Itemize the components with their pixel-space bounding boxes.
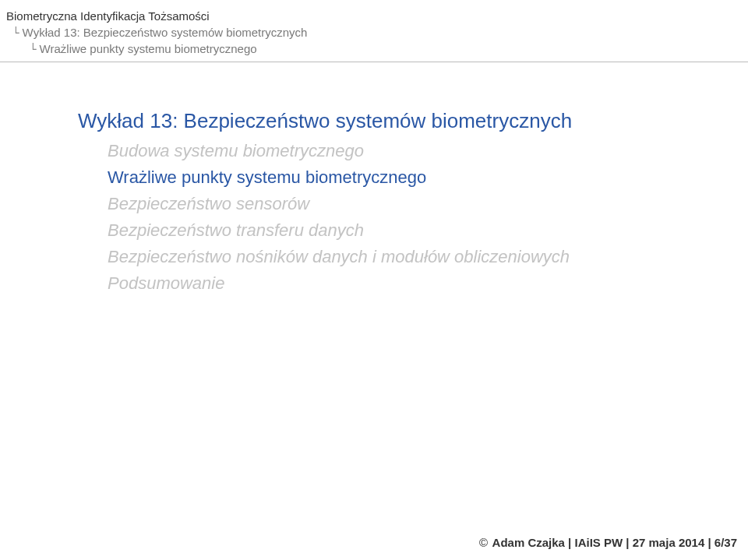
outline-item: Podsumowanie [108, 270, 678, 297]
tree-branch-icon: └ [30, 43, 36, 55]
lecture-title: Wykład 13: Bezpieczeństwo systemów biome… [23, 26, 308, 39]
outline-item: Bezpieczeństwo nośników danych i modułów… [108, 244, 678, 270]
tree-branch-icon: └ [12, 26, 19, 39]
outline-item: Bezpieczeństwo sensorów [108, 191, 678, 217]
content-title: Wykład 13: Bezpieczeństwo systemów biome… [78, 109, 678, 133]
outline-item: Bezpieczeństwo transferu danych [108, 217, 678, 244]
section-title-line: └ Wrażliwe punkty systemu biometrycznego [6, 42, 742, 55]
lecture-title-line: └ Wykład 13: Bezpieczeństwo systemów bio… [6, 26, 742, 39]
course-title: Biometryczna Identyfikacja Tożsamości [6, 9, 742, 23]
outline-item: Budowa systemu biometrycznego [108, 138, 678, 164]
copyright-icon: © [479, 536, 488, 549]
slide-content: Wykład 13: Bezpieczeństwo systemów biome… [0, 62, 748, 298]
footer-text: Adam Czajka | IAiIS PW | 27 maja 2014 | … [492, 536, 737, 549]
outline-list: Budowa systemu biometrycznego Wrażliwe p… [78, 138, 678, 298]
section-title: Wrażliwe punkty systemu biometrycznego [40, 42, 257, 55]
outline-item: Wrażliwe punkty systemu biometrycznego [108, 164, 678, 191]
slide-footer: © Adam Czajka | IAiIS PW | 27 maja 2014 … [479, 536, 737, 549]
slide-header: Biometryczna Identyfikacja Tożsamości └ … [0, 0, 748, 55]
